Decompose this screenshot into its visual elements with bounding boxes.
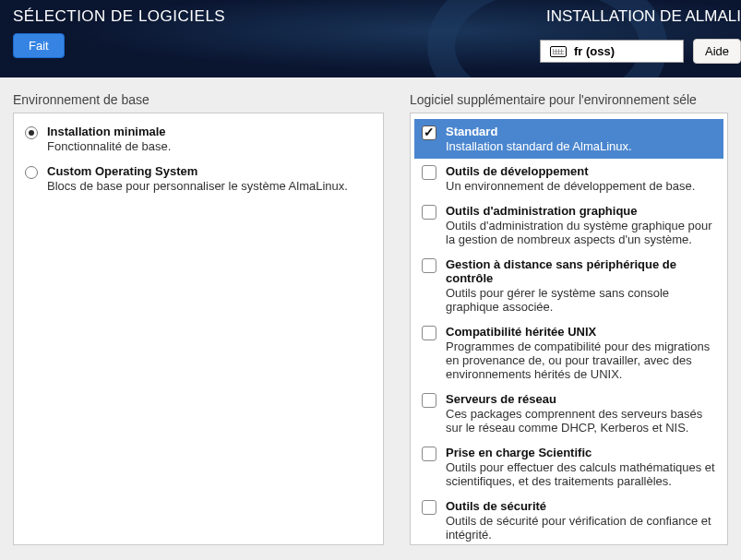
option-description: Outils pour effectuer des calculs mathém… <box>446 460 716 488</box>
addon-column: Logiciel supplémentaire pour l'environne… <box>397 92 741 545</box>
done-button[interactable]: Fait <box>13 33 65 58</box>
keyboard-layout-label: fr (oss) <box>574 44 615 58</box>
header: SÉLECTION DE LOGICIELS INSTALLATION DE A… <box>0 0 741 77</box>
option-title: Serveurs de réseau <box>446 392 716 406</box>
addon-option[interactable]: Outils de sécuritéOutils de sécurité pou… <box>414 494 723 545</box>
base-environment-column: Environnement de base Installation minim… <box>0 92 397 545</box>
addon-option[interactable]: Gestion à distance sans périphérique de … <box>414 252 723 319</box>
option-title: Compatibilité héritée UNIX <box>446 325 716 339</box>
radio-button[interactable] <box>25 126 38 139</box>
option-text: Outils de développementUn environnement … <box>446 164 695 193</box>
option-text: Outils d'administration graphiqueOutils … <box>446 204 716 246</box>
option-text: Custom Operating SystemBlocs de base pou… <box>47 164 348 193</box>
addon-option[interactable]: Compatibilité héritée UNIXProgrammes de … <box>414 319 723 387</box>
base-environment-heading: Environnement de base <box>13 92 384 107</box>
option-text: Installation minimaleFonctionnalité de b… <box>47 125 171 153</box>
option-title: Outils de développement <box>446 164 695 178</box>
option-title: Prise en charge Scientific <box>446 446 716 459</box>
option-title: Outils de sécurité <box>446 499 716 513</box>
option-description: Outils pour gérer le système sans consol… <box>446 286 716 314</box>
checkbox[interactable] <box>422 165 436 180</box>
option-title: Installation minimale <box>47 125 171 138</box>
addon-option[interactable]: Outils d'administration graphiqueOutils … <box>414 198 723 252</box>
header-right-controls: fr (oss) Aide <box>540 39 741 64</box>
option-description: Un environnement de développement de bas… <box>446 179 695 193</box>
addon-option[interactable]: Prise en charge ScientificOutils pour ef… <box>414 440 723 494</box>
option-description: Ces packages comprennent des serveurs ba… <box>446 407 716 435</box>
checkbox[interactable] <box>422 326 436 340</box>
checkbox[interactable] <box>422 125 436 140</box>
base-environment-list[interactable]: Installation minimaleFonctionnalité de b… <box>13 113 384 545</box>
option-description: Installation standard de AlmaLinux. <box>446 139 632 153</box>
option-description: Fonctionnalité de base. <box>47 139 171 153</box>
keyboard-layout-indicator[interactable]: fr (oss) <box>540 40 684 63</box>
installer-title: INSTALLATION DE ALMALI <box>546 7 741 26</box>
option-text: Prise en charge ScientificOutils pour ef… <box>446 446 716 488</box>
option-title: Gestion à distance sans périphérique de … <box>446 257 716 285</box>
checkbox[interactable] <box>422 393 436 408</box>
option-title: Outils d'administration graphique <box>446 204 716 218</box>
help-button[interactable]: Aide <box>693 39 741 64</box>
addon-option[interactable]: Outils de développementUn environnement … <box>414 159 723 198</box>
addon-heading: Logiciel supplémentaire pour l'environne… <box>410 92 728 107</box>
addon-option[interactable]: StandardInstallation standard de AlmaLin… <box>414 119 723 159</box>
environment-option[interactable]: Custom Operating SystemBlocs de base pou… <box>18 159 379 198</box>
option-description: Outils de sécurité pour vérification de … <box>446 514 716 542</box>
option-title: Custom Operating System <box>47 164 348 178</box>
checkbox[interactable] <box>422 205 436 220</box>
checkbox[interactable] <box>422 447 436 461</box>
option-text: Serveurs de réseauCes packages comprenne… <box>446 392 716 435</box>
addon-list[interactable]: StandardInstallation standard de AlmaLin… <box>410 113 728 545</box>
option-text: Compatibilité héritée UNIXProgrammes de … <box>446 325 716 381</box>
radio-button[interactable] <box>25 166 38 179</box>
environment-option[interactable]: Installation minimaleFonctionnalité de b… <box>18 119 379 159</box>
option-description: Outils d'administration du système graph… <box>446 219 716 246</box>
option-text: Outils de sécuritéOutils de sécurité pou… <box>446 499 716 542</box>
option-text: StandardInstallation standard de AlmaLin… <box>446 125 632 153</box>
option-description: Programmes de compatibilité pour des mig… <box>446 340 716 381</box>
addon-option[interactable]: Serveurs de réseauCes packages comprenne… <box>414 387 723 440</box>
option-title: Standard <box>446 125 632 138</box>
keyboard-icon <box>550 46 567 57</box>
option-text: Gestion à distance sans périphérique de … <box>446 257 716 314</box>
option-description: Blocs de base pour personnaliser le syst… <box>47 179 348 193</box>
content: Environnement de base Installation minim… <box>0 77 741 560</box>
checkbox[interactable] <box>422 258 436 273</box>
checkbox[interactable] <box>422 500 436 515</box>
